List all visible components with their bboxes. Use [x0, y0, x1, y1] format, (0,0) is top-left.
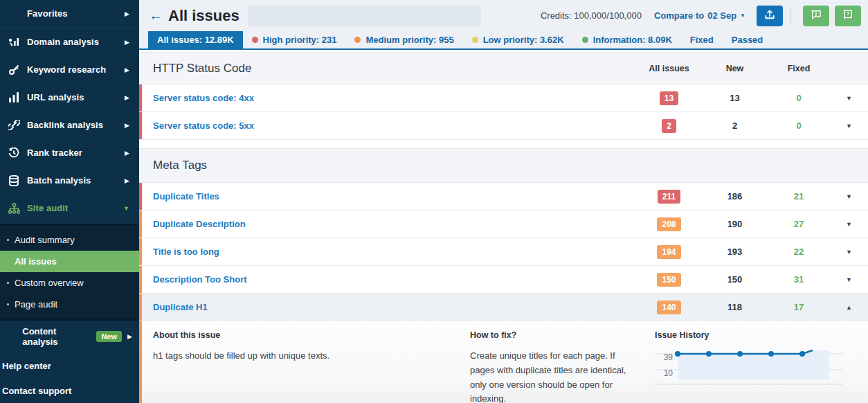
chevron-right-icon: ▶ — [125, 177, 129, 184]
sidebar-item-contact-support[interactable]: Contact support — [0, 378, 139, 403]
new-count: 118 — [702, 302, 768, 312]
chevron-down-icon: ▼ — [740, 12, 745, 19]
signal-icon — [7, 36, 21, 48]
priority-dot-icon — [354, 37, 361, 43]
sidebar-item-help-center[interactable]: Help center — [0, 353, 139, 378]
sidebar-item-label: Favorites — [27, 8, 125, 19]
help-button[interactable]: ? — [835, 6, 861, 26]
tab-fixed[interactable]: Fixed — [681, 31, 723, 48]
issue-row-duplicate-h1[interactable]: Duplicate H114011817▲ — [139, 294, 868, 321]
sidebar-item-domain-analysis[interactable]: Domain analysis▶ — [0, 28, 139, 56]
link-icon — [7, 119, 21, 132]
bullet-dot — [7, 303, 9, 305]
expand-chevron-icon[interactable]: ▼ — [830, 249, 868, 256]
sidebar-item-site-audit[interactable]: Site audit▼ — [0, 195, 139, 222]
feedback-button[interactable] — [803, 6, 829, 26]
issue-history-title: Issue History — [655, 330, 857, 340]
expand-chevron-icon[interactable]: ▼ — [830, 221, 868, 228]
sidebar-item-favorites[interactable]: Favorites ▶ — [0, 0, 139, 28]
fixed-count: 21 — [768, 191, 830, 202]
sidebar-item-url-analysis[interactable]: URL analysis▶ — [0, 84, 139, 111]
fixed-count: 0 — [768, 93, 830, 103]
issue-link[interactable]: Title is too long — [153, 247, 636, 257]
bullet-dot — [7, 239, 9, 241]
fixed-count: 0 — [768, 120, 830, 131]
new-count: 186 — [702, 191, 768, 202]
tab-label: Passed — [732, 35, 763, 45]
sidebar-item-label: Domain analysis — [27, 37, 125, 47]
chevron-right-icon: ▶ — [125, 122, 129, 129]
severity-stripe — [139, 112, 142, 139]
site-audit-submenu: Audit summaryAll issuesCustom overviewPa… — [0, 224, 139, 321]
sidebar-item-backlink-analysis[interactable]: Backlink analysis▶ — [0, 111, 139, 139]
compare-to-dropdown[interactable]: Compare to 02 Sep ▼ — [654, 10, 745, 21]
expand-chevron-icon[interactable]: ▼ — [830, 95, 868, 102]
back-arrow-icon[interactable]: ← — [149, 8, 163, 24]
divider — [790, 6, 790, 26]
svg-text:10: 10 — [664, 368, 673, 378]
issue-link[interactable]: Description Too Short — [153, 274, 636, 285]
submenu-item-audit-summary[interactable]: Audit summary — [0, 229, 139, 251]
submenu-item-label: Custom overview — [15, 278, 84, 288]
issue-row-title-is-too-long[interactable]: Title is too long19419322▼ — [139, 238, 868, 266]
issue-row-description-too-short[interactable]: Description Too Short15015031▼ — [139, 266, 868, 294]
issue-filter-tabs: All issues: 12.89KHigh priority: 231Medi… — [139, 31, 868, 50]
how-to-fix-title: How to fix? — [470, 330, 640, 340]
history-icon — [7, 147, 21, 159]
sidebar-item-label: Rank tracker — [27, 147, 125, 158]
tab-passed[interactable]: Passed — [723, 31, 772, 48]
tab-label: Medium priority: 955 — [365, 35, 453, 45]
severity-stripe — [139, 266, 142, 293]
issue-row-duplicate-titles[interactable]: Duplicate Titles21118621▼ — [139, 183, 868, 211]
tab-high-priority[interactable]: High priority: 231 — [243, 31, 346, 48]
column-header-fixed: Fixed — [768, 64, 830, 73]
tab-medium-priority[interactable]: Medium priority: 955 — [345, 31, 462, 48]
issue-row-server-status-code-5xx[interactable]: Server status code: 5xx220▼ — [139, 112, 868, 140]
chevron-right-icon: ▶ — [125, 150, 129, 156]
about-text: h1 tags should be filled up with unique … — [153, 349, 455, 364]
issue-link[interactable]: Duplicate Description — [153, 219, 636, 229]
fixed-count: 22 — [768, 247, 830, 257]
expand-chevron-icon[interactable]: ▼ — [830, 193, 868, 200]
issue-link[interactable]: Server status code: 5xx — [153, 120, 636, 131]
severity-stripe — [139, 321, 142, 403]
section-title: HTTP Status Code — [153, 62, 636, 75]
collapse-chevron-icon[interactable]: ▲ — [830, 304, 868, 311]
tab-low-priority[interactable]: Low priority: 3.62K — [463, 31, 573, 48]
how-to-fix-column: How to fix? Create unique titles for eac… — [470, 330, 640, 403]
sidebar-item-label: Content analysis — [22, 326, 89, 347]
about-issue-column: About this issue h1 tags should be fille… — [153, 330, 455, 403]
submenu-item-page-audit[interactable]: Page audit — [0, 294, 139, 315]
pencil-icon — [1, 329, 18, 344]
sidebar-item-batch-analysis[interactable]: Batch analysis▶ — [0, 167, 139, 195]
upload-icon — [763, 8, 776, 24]
expand-chevron-icon[interactable]: ▼ — [830, 123, 868, 129]
tab-all-issues[interactable]: All issues: 12.89K — [148, 31, 243, 48]
fixed-count: 31 — [768, 274, 830, 285]
submenu-item-custom-overview[interactable]: Custom overview — [0, 272, 139, 294]
tab-label: Fixed — [690, 35, 714, 45]
sidebar: Favorites ▶ Domain analysis▶Keyword rese… — [0, 0, 139, 403]
sidebar-item-label: URL analysis — [27, 92, 125, 102]
export-button[interactable] — [757, 6, 783, 26]
tab-label: All issues: 12.89K — [157, 35, 234, 45]
chevron-right-icon: ▶ — [125, 39, 129, 46]
expand-chevron-icon[interactable]: ▼ — [830, 276, 868, 283]
issue-link[interactable]: Duplicate H1 — [153, 302, 636, 312]
submenu-item-all-issues[interactable]: All issues — [0, 251, 139, 272]
issue-link[interactable]: Server status code: 4xx — [153, 93, 636, 103]
issue-row-server-status-code-4xx[interactable]: Server status code: 4xx13130▼ — [139, 84, 868, 112]
tab-information[interactable]: Information: 8.09K — [573, 31, 681, 48]
fixed-count: 17 — [768, 302, 830, 312]
issue-row-duplicate-description[interactable]: Duplicate Description20819027▼ — [139, 211, 868, 238]
chevron-down-icon: ▼ — [123, 205, 129, 212]
sidebar-item-rank-tracker[interactable]: Rank tracker▶ — [0, 139, 139, 167]
issue-link[interactable]: Duplicate Titles — [153, 191, 636, 202]
severity-stripe — [139, 294, 142, 321]
new-count: 2 — [702, 120, 768, 131]
sidebar-item-keyword-research[interactable]: Keyword research▶ — [0, 56, 139, 84]
new-badge: New — [96, 331, 122, 342]
all-issues-count: 211 — [636, 190, 702, 204]
sidebar-item-content-analysis[interactable]: Content analysis New ▶ — [0, 323, 139, 351]
main-area: ← All issues Credits: 100,000/100,000 Co… — [139, 0, 868, 403]
